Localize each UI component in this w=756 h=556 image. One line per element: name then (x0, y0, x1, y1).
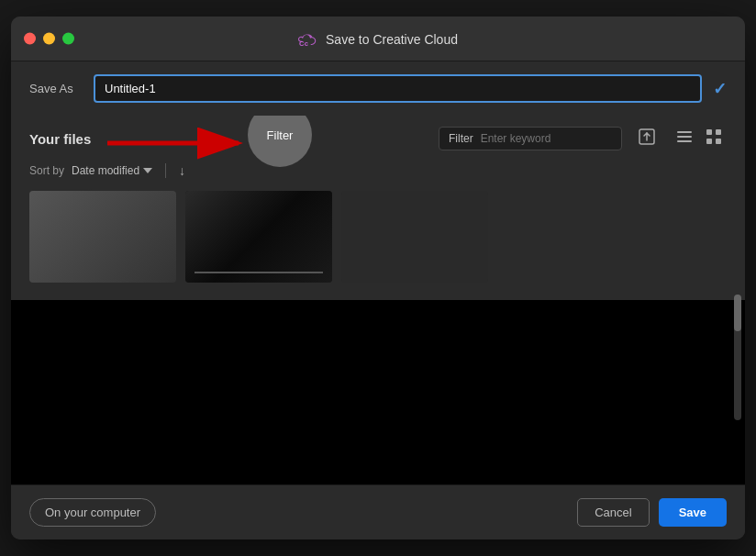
sort-row: Sort by Date modified ↓ (29, 160, 727, 187)
cancel-button[interactable]: Cancel (577, 498, 649, 527)
sort-by-label: Sort by (29, 164, 64, 177)
file-thumbnail-3[interactable] (341, 191, 488, 283)
checkmark-icon: ✓ (713, 79, 727, 99)
save-dialog: Cc Save to Creative Cloud Save As ✓ Your… (11, 17, 745, 539)
save-button[interactable]: Save (659, 498, 727, 527)
save-as-row: Save As ✓ (11, 61, 745, 116)
svg-rect-7 (716, 129, 721, 135)
svg-rect-3 (677, 131, 692, 133)
grid-view-button[interactable] (701, 126, 727, 151)
grid-view-icon (706, 129, 721, 144)
save-as-label: Save As (29, 82, 83, 95)
toolbar-row: Your files Filter (29, 116, 727, 160)
title-content: Cc Save to Creative Cloud (298, 29, 458, 50)
title-bar: Cc Save to Creative Cloud (11, 17, 745, 61)
list-view-icon (677, 129, 692, 144)
dialog-title: Save to Creative Cloud (326, 32, 458, 47)
save-as-input[interactable] (94, 74, 702, 103)
on-computer-button[interactable]: On your computer (29, 498, 156, 527)
your-files-label: Your files (29, 131, 91, 147)
scrollbar-thumb[interactable] (734, 295, 741, 331)
svg-rect-5 (677, 140, 692, 142)
filter-circle-label: Filter (267, 128, 294, 142)
file-thumbnail-1[interactable] (29, 191, 176, 283)
content-area: Your files Filter (11, 116, 745, 300)
svg-rect-9 (716, 139, 721, 144)
sort-direction-button[interactable]: ↓ (179, 163, 185, 178)
thumbnail-image-1 (29, 191, 176, 283)
black-overlay (11, 300, 745, 484)
svg-rect-6 (706, 129, 712, 135)
arrow-annotation (103, 123, 259, 163)
maximize-window-button[interactable] (62, 33, 74, 45)
upload-button[interactable] (633, 125, 661, 152)
scrollbar-track[interactable] (734, 295, 741, 420)
upload-icon (639, 128, 655, 145)
filter-highlight-circle: Filter (248, 116, 312, 167)
filter-input[interactable] (481, 132, 591, 145)
svg-rect-4 (677, 136, 692, 138)
thumbnail-image-2 (185, 191, 332, 283)
main-body: Your files Filter (11, 116, 745, 484)
creative-cloud-logo: Cc (298, 29, 318, 50)
list-view-button[interactable] (672, 126, 697, 151)
view-icons (672, 126, 727, 151)
sort-divider (165, 163, 166, 178)
svg-rect-8 (706, 139, 712, 144)
chevron-down-icon (143, 168, 152, 173)
filter-search-wrap: Filter (439, 127, 622, 150)
file-thumbnail-2[interactable] (185, 191, 332, 283)
svg-text:Cc: Cc (299, 39, 309, 48)
sort-option: Date modified (72, 164, 139, 177)
filter-button[interactable]: Filter (449, 132, 473, 145)
arrow-svg (103, 123, 259, 163)
minimize-window-button[interactable] (43, 33, 55, 45)
sort-dropdown-button[interactable]: Date modified (72, 164, 152, 177)
files-row (29, 187, 727, 286)
window-controls (24, 33, 74, 45)
footer: On your computer Cancel Save (11, 484, 745, 539)
close-window-button[interactable] (24, 33, 36, 45)
footer-actions: Cancel Save (577, 498, 727, 527)
